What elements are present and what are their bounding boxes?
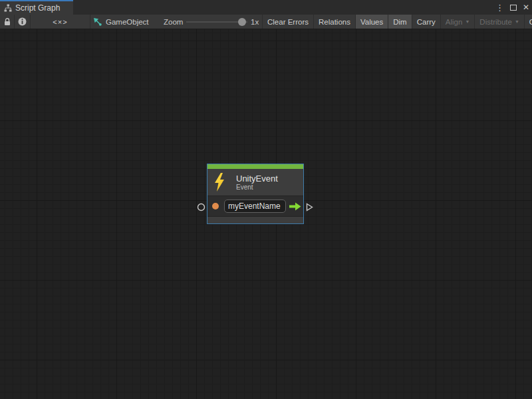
distribute-dropdown-button[interactable]: Distribute ▼: [475, 15, 525, 29]
carry-button[interactable]: Carry: [412, 15, 441, 29]
zoom-slider-handle[interactable]: [238, 18, 246, 26]
tab-title: Script Graph: [15, 3, 60, 13]
clear-errors-button[interactable]: Clear Errors: [263, 15, 314, 29]
trigger-output-port[interactable]: [306, 203, 313, 211]
values-toggle-button[interactable]: Values: [356, 15, 388, 29]
zoom-slider[interactable]: [186, 21, 247, 23]
gameobject-label: GameObject: [106, 18, 149, 26]
node-accent-bar: [207, 164, 303, 169]
event-name-port-icon[interactable]: [212, 203, 219, 209]
graph-hierarchy-icon: [4, 4, 12, 12]
graph-canvas[interactable]: UnityEvent Event: [0, 29, 532, 399]
info-button[interactable]: [15, 15, 31, 29]
chevron-down-icon: ▼: [465, 19, 469, 24]
overview-button[interactable]: Overview: [525, 15, 532, 29]
node-title: UnityEvent: [236, 174, 278, 184]
info-icon: [18, 17, 27, 26]
dim-toggle-button[interactable]: Dim: [388, 15, 412, 29]
toolbar-buttons: Clear Errors Relations Values Dim Carry …: [262, 15, 532, 29]
zoom-value: 1x: [251, 15, 259, 29]
chevron-down-icon: ▼: [515, 19, 519, 24]
tab-script-graph[interactable]: Script Graph: [0, 0, 73, 15]
gameobject-graph-icon: [93, 17, 102, 26]
kebab-menu-icon[interactable]: ⋮: [495, 3, 504, 12]
zoom-label: Zoom: [164, 15, 183, 29]
lock-button[interactable]: [0, 15, 15, 29]
window-controls: ⋮ ✕: [495, 0, 529, 15]
script-graph-window: Script Graph ⋮ ✕ <×>: [0, 0, 532, 399]
node-port-row: [207, 196, 303, 216]
node-titles: UnityEvent Event: [236, 174, 278, 192]
code-icon: <×>: [53, 18, 67, 26]
align-dropdown-button[interactable]: Align ▼: [441, 15, 475, 29]
unity-event-node[interactable]: UnityEvent Event: [207, 164, 304, 224]
close-icon[interactable]: ✕: [523, 3, 529, 11]
relations-button[interactable]: Relations: [314, 15, 356, 29]
node-header[interactable]: UnityEvent Event: [207, 169, 303, 196]
lightning-bolt-icon: [213, 173, 225, 192]
code-button[interactable]: <×>: [31, 15, 90, 29]
gameobject-reference[interactable]: GameObject: [93, 15, 149, 29]
node-footer: [207, 216, 303, 223]
flow-arrow-icon: [289, 202, 301, 211]
titlebar: Script Graph ⋮ ✕: [0, 0, 532, 15]
maximize-icon[interactable]: [510, 5, 517, 11]
lock-icon: [4, 18, 11, 26]
node-subtitle: Event: [236, 184, 278, 192]
event-name-input[interactable]: [224, 200, 286, 213]
trigger-input-port[interactable]: [197, 203, 205, 211]
toolbar: <×> GameObject Zoom 1x Clear Errors Rela…: [0, 15, 532, 29]
